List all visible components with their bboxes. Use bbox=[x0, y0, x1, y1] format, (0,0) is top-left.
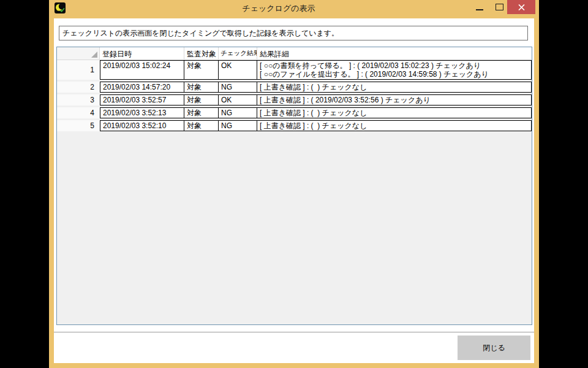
cell-target: 対象 bbox=[184, 95, 219, 105]
row-number[interactable]: 4 bbox=[57, 107, 100, 118]
row-number[interactable]: 1 bbox=[57, 60, 100, 80]
client-area: チェックリストの表示画面を閉じたタイミングで取得した記録を表示しています。 登録… bbox=[54, 18, 534, 363]
cell-result: NG bbox=[219, 121, 257, 131]
cell-detail: [ 上書き確認 ] : ( ) チェックなし bbox=[257, 82, 531, 92]
grid-header-row: 登録日時 監査対象 チェック結果 結果詳細 bbox=[57, 47, 532, 60]
dialog-close-button[interactable]: 閉じる bbox=[458, 335, 530, 360]
cell-target: 対象 bbox=[184, 121, 219, 131]
cell-detail: [ 上書き確認 ] : ( 2019/02/03 3:52:56 ) チェックあ… bbox=[257, 95, 531, 105]
titlebar[interactable]: チェックログの表示 bbox=[49, 0, 539, 18]
dialog-window: チェックログの表示 チェックリストの表示画面を閉じたタイミングで取得した記録を表… bbox=[49, 0, 539, 368]
log-row[interactable]: 2 2019/02/03 14:57:20 対象 NG [ 上書き確認 ] : … bbox=[57, 82, 532, 93]
log-row[interactable]: 4 2019/02/03 3:52:13 対象 NG [ 上書き確認 ] : (… bbox=[57, 107, 532, 118]
close-icon bbox=[518, 4, 525, 10]
row-number[interactable]: 5 bbox=[57, 120, 100, 131]
column-header-target[interactable]: 監査対象 bbox=[184, 47, 219, 59]
cell-result: OK bbox=[219, 61, 257, 79]
cell-detail: [ 上書き確認 ] : ( ) チェックなし bbox=[257, 121, 531, 131]
close-window-button[interactable] bbox=[507, 0, 535, 14]
log-grid: 登録日時 監査対象 チェック結果 結果詳細 1 2019/02/03 15:02… bbox=[56, 47, 532, 325]
cell-datetime: 2019/02/03 3:52:57 bbox=[100, 95, 184, 105]
app-icon bbox=[55, 2, 66, 13]
grid-body: 1 2019/02/03 15:02:24 対象 OK [ ○○の書類を持って帰… bbox=[57, 60, 532, 131]
cell-result: NG bbox=[219, 108, 257, 118]
footer-divider bbox=[54, 332, 534, 332]
sort-triangle-icon bbox=[91, 52, 97, 58]
column-header-detail[interactable]: 結果詳細 bbox=[257, 47, 532, 59]
cell-result: OK bbox=[219, 95, 257, 105]
column-header-result[interactable]: チェック結果 bbox=[219, 47, 257, 59]
cell-target: 対象 bbox=[184, 61, 219, 79]
row-number[interactable]: 3 bbox=[57, 94, 100, 105]
minimize-button[interactable] bbox=[469, 0, 490, 14]
maximize-button[interactable] bbox=[489, 0, 510, 14]
cell-detail: [ ○○の書類を持って帰る。 ] : ( 2019/02/03 15:02:23… bbox=[257, 61, 531, 79]
cell-datetime: 2019/02/03 3:52:13 bbox=[100, 108, 184, 118]
minimize-icon bbox=[476, 9, 483, 10]
row-number[interactable]: 2 bbox=[57, 82, 100, 93]
grid-corner-cell[interactable] bbox=[57, 47, 100, 59]
cell-result: NG bbox=[219, 82, 257, 92]
log-row[interactable]: 5 2019/02/03 3:52:10 対象 NG [ 上書き確認 ] : (… bbox=[57, 120, 532, 131]
cell-target: 対象 bbox=[184, 108, 219, 118]
maximize-icon bbox=[496, 4, 503, 10]
cell-datetime: 2019/02/03 3:52:10 bbox=[100, 121, 184, 131]
cell-target: 対象 bbox=[184, 82, 219, 92]
log-row[interactable]: 3 2019/02/03 3:52:57 対象 OK [ 上書き確認 ] : (… bbox=[57, 94, 532, 105]
info-message: チェックリストの表示画面を閉じたタイミングで取得した記録を表示しています。 bbox=[59, 26, 528, 40]
cell-datetime: 2019/02/03 14:57:20 bbox=[100, 82, 184, 92]
cell-detail: [ 上書き確認 ] : ( ) チェックなし bbox=[257, 108, 531, 118]
column-header-datetime[interactable]: 登録日時 bbox=[100, 47, 184, 59]
log-row[interactable]: 1 2019/02/03 15:02:24 対象 OK [ ○○の書類を持って帰… bbox=[57, 60, 532, 80]
window-title: チェックログの表示 bbox=[67, 0, 490, 17]
cell-datetime: 2019/02/03 15:02:24 bbox=[100, 61, 184, 79]
